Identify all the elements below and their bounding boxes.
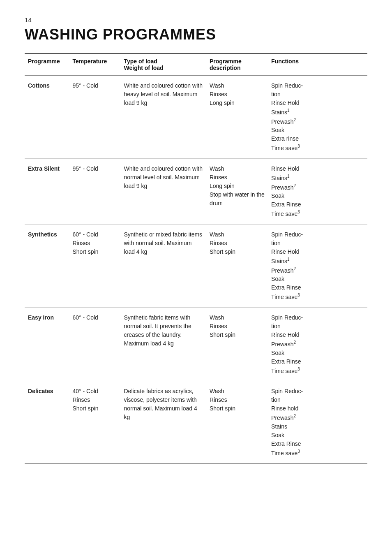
cell-functions: Spin Reduc-tionRinse holdPrewash2StainsS… [268, 381, 367, 464]
cell-description: WashRinsesShort spin [206, 224, 268, 307]
cell-functions: Spin Reduc-tionRinse HoldStains1Prewash2… [268, 76, 367, 159]
cell-programme: Easy Iron [25, 307, 69, 381]
header-functions: Functions [268, 53, 367, 76]
cell-description: WashRinsesShort spin [206, 307, 268, 381]
table-row: Cottons95° - ColdWhite and coloured cott… [25, 76, 367, 159]
table-row: Extra Silent95° - ColdWhite and coloured… [25, 158, 367, 224]
cell-programme: Extra Silent [25, 158, 69, 224]
header-description: Programmedescription [206, 53, 268, 76]
table-row: Synthetics60° - ColdRinsesShort spinSynt… [25, 224, 367, 307]
cell-temperature: 60° - Cold [69, 307, 120, 381]
table-row: Delicates40° - ColdRinsesShort spinDelic… [25, 381, 367, 464]
header-temperature: Temperature [69, 53, 120, 76]
cell-temperature: 95° - Cold [69, 76, 120, 159]
cell-functions: Spin Reduc-tionRinse HoldStains1Prewash2… [268, 224, 367, 307]
cell-programme: Cottons [25, 76, 69, 159]
cell-temperature: 60° - ColdRinsesShort spin [69, 224, 120, 307]
cell-temperature: 95° - Cold [69, 158, 120, 224]
cell-temperature: 40° - ColdRinsesShort spin [69, 381, 120, 464]
cell-description: WashRinsesLong spinStop with water in th… [206, 158, 268, 224]
cell-typeload: White and coloured cotton with normal le… [121, 158, 207, 224]
header-programme: Programme [25, 53, 69, 76]
page-number: 14 [25, 16, 367, 23]
cell-typeload: Synthetic fabric items with normal soil.… [121, 307, 207, 381]
header-typeload: Type of loadWeight of load [121, 53, 207, 76]
cell-programme: Delicates [25, 381, 69, 464]
page-title: WASHING PROGRAMMES [25, 26, 367, 43]
washing-programmes-table: Programme Temperature Type of loadWeight… [25, 53, 367, 464]
cell-functions: Rinse HoldStains1Prewash2SoakExtra Rinse… [268, 158, 367, 224]
cell-description: WashRinsesShort spin [206, 381, 268, 464]
cell-typeload: Synthetic or mixed fabric items with nor… [121, 224, 207, 307]
cell-typeload: White and coloured cotton with heavy lev… [121, 76, 207, 159]
cell-programme: Synthetics [25, 224, 69, 307]
cell-functions: Spin Reduc-tionRinse HoldPrewash2SoakExt… [268, 307, 367, 381]
table-header-row: Programme Temperature Type of loadWeight… [25, 53, 367, 76]
table-row: Easy Iron60° - ColdSynthetic fabric item… [25, 307, 367, 381]
cell-typeload: Delicate fabrics as acrylics, viscose, p… [121, 381, 207, 464]
cell-description: WashRinsesLong spin [206, 76, 268, 159]
